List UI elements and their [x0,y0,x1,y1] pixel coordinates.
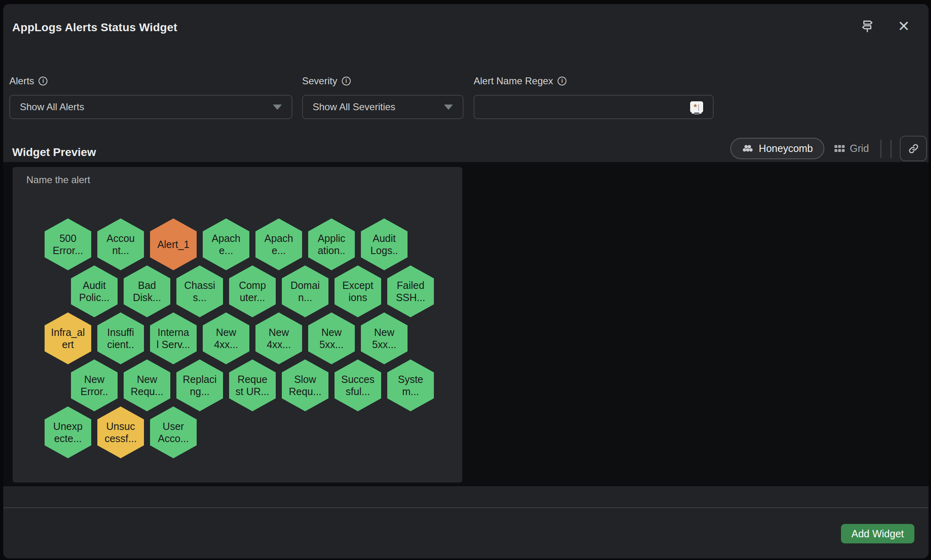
alerts-dropdown[interactable]: Show All Alerts [9,95,292,119]
widget-name-placeholder: Name the alert [26,174,90,186]
honeycomb-icon [742,143,754,154]
add-widget-modal: AppLogs Alerts Status Widget ✕ Alerts i … [3,4,929,558]
regex-input-wrapper: * | [474,95,714,119]
signpost-button[interactable] [860,19,874,34]
alert-hexagon[interactable]: Infra_al ert [45,312,91,364]
alert-hexagon[interactable]: Reque st UR... [229,359,276,411]
alert-hexagon[interactable]: 500 Error... [45,218,91,270]
info-icon[interactable]: i [39,77,47,85]
alert-hexagon-label: Comp uter... [239,279,266,304]
alerts-field-group: Alerts i Show All Alerts [9,75,292,119]
alert-hexagon-label: New 4xx... [214,326,238,351]
alert-hexagon[interactable]: Apach e... [255,218,302,270]
alert-hexagon-label: Unsuc cessf... [105,420,137,445]
alert-hexagon-label: Alert_1 [157,238,189,251]
severity-label-text: Severity [302,75,337,87]
alert-hexagon[interactable]: Replaci ng... [176,359,223,411]
honeycomb-view-button[interactable]: Honeycomb [730,138,824,159]
alert-hexagon[interactable]: Audit Logs.. [361,218,408,270]
close-icon: ✕ [898,19,910,34]
toolbar-divider [880,139,882,158]
regex-field-group: Alert Name Regex i * | [474,75,714,119]
alert-hexagon[interactable]: User Acco... [150,406,197,458]
alert-hexagon[interactable]: Unsuc cessf... [97,406,144,458]
alert-hexagon-label: Succes sful... [341,373,375,398]
copy-link-button[interactable] [900,136,927,161]
honeycomb-row: Audit Polic...Bad Disk...Chassi s...Comp… [71,265,434,317]
alert-hexagon-label: Audit Polic... [79,279,109,304]
alert-hexagon-label: Replaci ng... [183,373,217,398]
alert-hexagon[interactable]: New 4xx... [255,312,302,364]
alert-hexagon-label: Accou nt... [107,232,135,257]
footer-divider [3,507,929,508]
alert-hexagon[interactable]: Accou nt... [97,218,144,270]
close-button[interactable]: ✕ [898,19,910,34]
widget-preview-area: Name the alert 500 Error...Accou nt...Al… [3,162,929,486]
alert-hexagon[interactable]: Audit Polic... [71,265,118,317]
alert-hexagon[interactable]: Domai n... [282,265,328,317]
regex-label: Alert Name Regex i [474,75,714,87]
grid-icon [834,144,845,153]
grid-view-button[interactable]: Grid [834,143,869,154]
alert-hexagon-label: New 5xx... [372,326,397,351]
regex-star: * [694,103,697,112]
alert-hexagon-label: 500 Error... [53,232,83,257]
alert-hexagon[interactable]: Slow Requ... [282,359,328,411]
alert-hexagon[interactable]: Failed SSH... [387,265,434,317]
honeycomb-row: Unexp ecte...Unsuc cessf...User Acco... [45,406,197,458]
alert-hexagon[interactable]: Chassi s... [176,265,223,317]
honeycomb-view-label: Honeycomb [759,143,813,154]
toolbar-divider [890,139,892,158]
alert-hexagon[interactable]: New 5xx... [361,312,408,364]
alert-hexagon-label: Failed SSH... [396,279,425,304]
header-actions: ✕ [860,19,910,34]
widget-preview-title: Widget Preview [12,146,96,159]
alert-hexagon[interactable]: Unexp ecte... [45,406,91,458]
chevron-down-icon [273,105,282,110]
add-widget-button[interactable]: Add Widget [841,524,914,543]
honeycomb-row: 500 Error...Accou nt...Alert_1Apach e...… [45,218,408,270]
alert-name-regex-input[interactable] [484,101,690,113]
info-icon[interactable]: i [558,77,566,85]
alert-hexagon[interactable]: New 5xx... [308,312,355,364]
severity-field-group: Severity i Show All Severities [302,75,463,119]
alert-hexagon-label: Infra_al ert [51,326,85,351]
alert-hexagon[interactable]: Comp uter... [229,265,276,317]
alert-hexagon-label: New 5xx... [320,326,344,351]
alert-hexagon-label: Except ions [342,279,373,304]
grid-view-label: Grid [850,143,869,154]
alert-hexagon[interactable]: New 4xx... [203,312,249,364]
signpost-icon [860,19,874,34]
regex-label-text: Alert Name Regex [474,75,553,87]
alert-hexagon[interactable]: New Requ... [124,359,170,411]
alert-hexagon-label: Chassi s... [184,279,215,304]
alert-hexagon[interactable]: Bad Disk... [124,265,170,317]
alert-hexagon-label: Interna l Serv... [157,326,190,351]
alert-hexagon[interactable]: Except ions [335,265,381,317]
severity-dropdown[interactable]: Show All Severities [302,95,463,119]
alert-hexagon-label: Applic ation.. [317,232,345,257]
alert-hexagon[interactable]: Syste m... [387,359,434,411]
alert-hexagon[interactable]: Succes sful... [335,359,381,411]
alert-hexagon[interactable]: Applic ation.. [308,218,355,270]
alert-hexagon-label: Apach e... [212,232,240,257]
alert-hexagon-label: Insuffi cient.. [107,326,134,351]
info-icon[interactable]: i [342,77,351,85]
regex-wildcard-icon[interactable]: * | [690,101,703,113]
alert-hexagon-label: Apach e... [264,232,293,257]
alert-hexagon-label: Domai n... [290,279,320,304]
chain-link-icon [908,143,919,154]
alert-hexagon[interactable]: New Error.. [71,359,118,411]
alert-hexagon-label: User Acco... [158,420,189,445]
alert-hexagon-label: Bad Disk... [133,279,161,304]
honeycomb-row: New Error..New Requ...Replaci ng...Reque… [71,359,434,411]
alert-hexagon[interactable]: Apach e... [203,218,249,270]
alert-hexagon[interactable]: Interna l Serv... [150,312,197,364]
alert-hexagon-label: New Requ... [131,373,163,398]
alerts-label: Alerts i [9,75,292,87]
alert-hexagon-label: Slow Requ... [289,373,322,398]
alert-hexagon[interactable]: Alert_1 [150,218,197,270]
alert-hexagon-label: Syste m... [398,373,423,398]
alert-hexagon-label: New Error.. [80,373,108,398]
alert-hexagon[interactable]: Insuffi cient.. [97,312,144,364]
